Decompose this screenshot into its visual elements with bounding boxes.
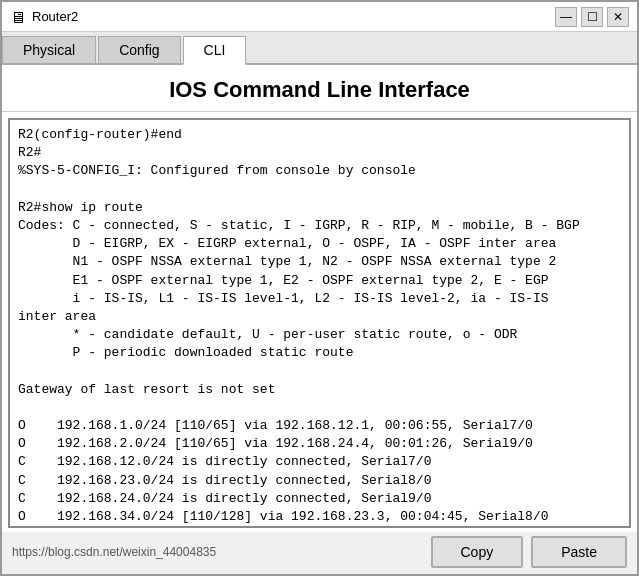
- terminal-output[interactable]: R2(config-router)#end R2# %SYS-5-CONFIG_…: [10, 120, 629, 526]
- bottom-bar: https://blog.csdn.net/weixin_44004835 Co…: [2, 532, 637, 574]
- cli-area: R2(config-router)#end R2# %SYS-5-CONFIG_…: [2, 112, 637, 574]
- window-title: Router2: [32, 9, 78, 24]
- title-bar-left: 🖥 Router2: [10, 9, 78, 25]
- tab-cli[interactable]: CLI: [183, 36, 247, 65]
- tab-config[interactable]: Config: [98, 36, 180, 63]
- tab-bar: Physical Config CLI: [2, 32, 637, 65]
- main-window: 🖥 Router2 — ☐ ✕ Physical Config CLI IOS …: [0, 0, 639, 576]
- close-button[interactable]: ✕: [607, 7, 629, 27]
- minimize-button[interactable]: —: [555, 7, 577, 27]
- copy-button[interactable]: Copy: [431, 536, 524, 568]
- page-title: IOS Command Line Interface: [2, 65, 637, 112]
- tab-physical[interactable]: Physical: [2, 36, 96, 63]
- title-bar: 🖥 Router2 — ☐ ✕: [2, 2, 637, 32]
- title-controls: — ☐ ✕: [555, 7, 629, 27]
- footer-link: https://blog.csdn.net/weixin_44004835: [12, 545, 216, 559]
- window-icon: 🖥: [10, 9, 26, 25]
- terminal-wrapper: R2(config-router)#end R2# %SYS-5-CONFIG_…: [8, 118, 631, 528]
- maximize-button[interactable]: ☐: [581, 7, 603, 27]
- paste-button[interactable]: Paste: [531, 536, 627, 568]
- bottom-buttons: Copy Paste: [431, 536, 628, 568]
